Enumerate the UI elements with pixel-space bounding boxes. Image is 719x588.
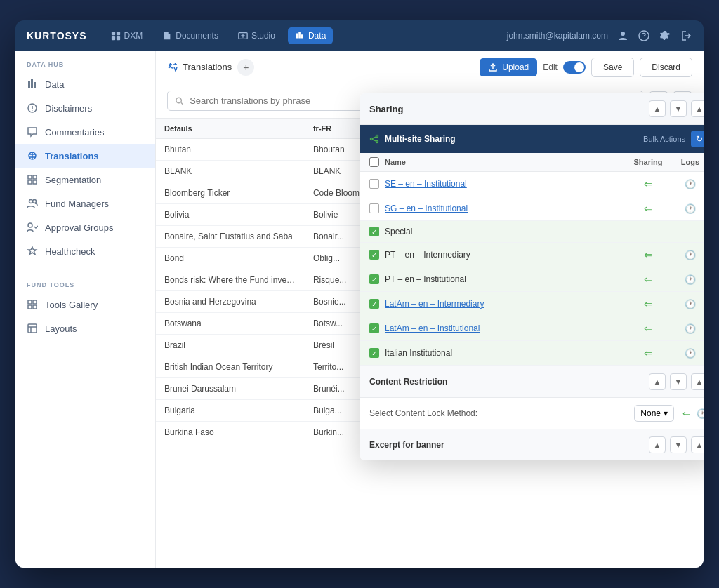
- sidebar-item-tools-gallery[interactable]: Tools Gallery: [15, 293, 155, 316]
- sidebar-item-layouts[interactable]: Layouts: [15, 316, 155, 340]
- sharing-panel-header: Sharing ▲ ▼ ▲: [360, 93, 704, 125]
- sidebar-item-healthcheck[interactable]: Healthcheck: [15, 239, 155, 263]
- table-cell: Bonaire, Saint Eustatius and Saba: [156, 226, 305, 248]
- sharing-row-se-name: SE – en – Institutional: [369, 179, 624, 189]
- svg-point-23: [371, 138, 373, 140]
- clock-icon-italian[interactable]: 🕐: [685, 348, 696, 359]
- share-icon-latam-inst[interactable]: ⇐: [644, 323, 652, 334]
- clock-icon-latam-inter[interactable]: 🕐: [685, 299, 696, 309]
- sharing-down-button[interactable]: ▼: [670, 100, 687, 117]
- excerpt-actions: ▲ ▼ ▲: [649, 436, 704, 453]
- discard-button[interactable]: Discard: [640, 58, 692, 77]
- svg-rect-11: [28, 180, 32, 184]
- toolbar-tab-translations[interactable]: Translations: [167, 62, 232, 73]
- add-tab-button[interactable]: +: [237, 59, 254, 76]
- share-icon-latam-inter[interactable]: ⇐: [644, 298, 652, 309]
- clock-icon-content-lock[interactable]: 🕐: [697, 408, 704, 419]
- edit-toggle[interactable]: [563, 61, 586, 74]
- excerpt-up-button[interactable]: ▲: [649, 436, 666, 453]
- sidebar-item-commentaries[interactable]: Commentaries: [15, 120, 155, 144]
- sharing-row-sg-name: SG – en – Institutional: [369, 203, 624, 213]
- nav-dxm[interactable]: DXM: [104, 27, 150, 44]
- excerpt-down-button[interactable]: ▼: [670, 436, 687, 453]
- content-restriction-expand-button[interactable]: ▲: [691, 373, 704, 390]
- svg-rect-20: [28, 324, 37, 333]
- content-lock-row-actions: ⇐ 🕐: [682, 408, 704, 419]
- sidebar: DATA HUB Data Disclaimers Commentaries T…: [15, 51, 156, 568]
- share-icon-se[interactable]: ⇐: [644, 178, 652, 189]
- sharing-checkbox-pt-inst[interactable]: [369, 274, 379, 284]
- sharing-link-latam-inter[interactable]: LatAm – en – Intermediary: [385, 299, 484, 309]
- sharing-checkbox-sg[interactable]: [369, 203, 379, 213]
- sharing-link-se[interactable]: SE – en – Institutional: [385, 179, 467, 189]
- user-icon[interactable]: [616, 29, 629, 42]
- logout-icon[interactable]: [680, 29, 692, 42]
- share-icon-pt-inst[interactable]: ⇐: [644, 274, 652, 285]
- content-restriction-up-button[interactable]: ▲: [649, 373, 666, 390]
- sharing-row-latam-inst-name: LatAm – en – Institutional: [369, 323, 624, 333]
- sidebar-item-data[interactable]: Data: [15, 72, 155, 96]
- excerpt-expand-button[interactable]: ▲: [691, 436, 704, 453]
- share-multisite-icon: [369, 134, 379, 144]
- svg-point-15: [28, 223, 32, 227]
- sharing-columns-header: Name Sharing Logs: [360, 153, 704, 172]
- content-restriction-down-button[interactable]: ▼: [670, 373, 687, 390]
- share-icon-sg[interactable]: ⇐: [644, 203, 652, 214]
- sharing-row-pt-inter-name: PT – en – Intermediary: [369, 250, 624, 260]
- sharing-checkbox-pt-inter[interactable]: [369, 250, 379, 260]
- share-icon-content-lock[interactable]: ⇐: [682, 408, 691, 419]
- nav-documents[interactable]: Documents: [155, 27, 225, 44]
- sidebar-item-translations[interactable]: Translations: [15, 144, 155, 168]
- sharing-row-special-name: Special: [369, 227, 624, 236]
- sharing-up-button[interactable]: ▲: [649, 100, 666, 117]
- sharing-link-sg[interactable]: SG – en – Institutional: [385, 203, 468, 213]
- sharing-header-actions: ▲ ▼ ▲: [649, 100, 704, 117]
- sharing-link-latam-inst[interactable]: LatAm – en – Institutional: [385, 323, 480, 333]
- sidebar-item-disclaimers[interactable]: Disclaimers: [15, 96, 155, 120]
- table-cell: Bolivia: [156, 204, 305, 226]
- clock-icon-sg[interactable]: 🕐: [685, 203, 696, 214]
- sharing-expand-button[interactable]: ▲: [691, 100, 704, 117]
- svg-rect-16: [28, 300, 32, 304]
- sharing-row-italian-sharing: ⇐: [624, 347, 673, 359]
- edit-label: Edit: [543, 62, 558, 72]
- share-icon-pt-inter[interactable]: ⇐: [644, 249, 652, 260]
- svg-point-22: [376, 135, 378, 138]
- clock-icon-latam-inst[interactable]: 🕐: [685, 323, 696, 334]
- upload-icon: [488, 62, 498, 72]
- sharing-checkbox-se[interactable]: [369, 179, 379, 189]
- clock-icon-se[interactable]: 🕐: [685, 179, 696, 189]
- nav-data[interactable]: Data: [288, 27, 333, 44]
- help-icon[interactable]: [638, 29, 650, 42]
- table-cell: Bulgaria: [156, 400, 305, 422]
- clock-icon-pt-inst[interactable]: 🕐: [685, 274, 696, 285]
- sharing-row-special: Special: [360, 221, 704, 243]
- sharing-checkbox-latam-inter[interactable]: [369, 299, 379, 309]
- share-icon-italian[interactable]: ⇐: [644, 347, 652, 359]
- table-cell: Bhutan: [156, 139, 305, 161]
- sharing-panel-title: Sharing: [369, 104, 403, 114]
- master-checkbox[interactable]: [369, 157, 379, 167]
- settings-icon[interactable]: [659, 29, 671, 42]
- sharing-checkbox-special[interactable]: [369, 227, 379, 236]
- sharing-col-logs-header: Logs: [673, 158, 704, 166]
- nav-studio[interactable]: Studio: [231, 27, 282, 44]
- svg-rect-18: [28, 305, 32, 309]
- sidebar-item-approval-groups[interactable]: Approval Groups: [15, 215, 155, 239]
- table-cell: Brazil: [156, 335, 305, 356]
- sharing-checkbox-italian[interactable]: [369, 348, 379, 358]
- sharing-row-sg-sharing: ⇐: [624, 202, 673, 215]
- excerpt-section: Excerpt for banner ▲ ▼ ▲: [360, 429, 704, 460]
- sharing-row-sg-logs: 🕐: [673, 202, 704, 215]
- bulk-actions: Bulk Actions ↻: [643, 131, 704, 147]
- refresh-button[interactable]: ↻: [691, 131, 704, 147]
- save-button[interactable]: Save: [591, 58, 634, 77]
- svg-rect-19: [33, 305, 37, 309]
- content-lock-select[interactable]: None ▾: [634, 405, 674, 422]
- sharing-row-latam-inter-name: LatAm – en – Intermediary: [369, 299, 624, 309]
- clock-icon-pt-inter[interactable]: 🕐: [685, 250, 696, 260]
- upload-button[interactable]: Upload: [480, 58, 537, 76]
- sidebar-item-fund-managers[interactable]: Fund Managers: [15, 192, 155, 215]
- sidebar-item-segmentation[interactable]: Segmentation: [15, 168, 155, 192]
- sharing-checkbox-latam-inst[interactable]: [369, 323, 379, 333]
